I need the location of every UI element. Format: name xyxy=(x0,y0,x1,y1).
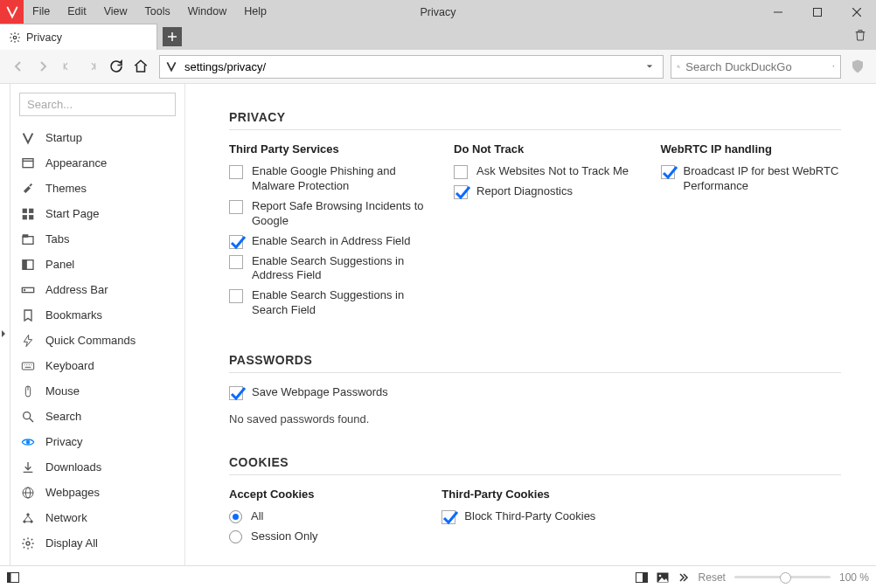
sidebar-item-label: Panel xyxy=(45,258,74,271)
forward-button[interactable] xyxy=(31,54,54,79)
zoom-slider[interactable] xyxy=(734,576,831,578)
addr-icon xyxy=(21,283,35,297)
page-actions-icon[interactable] xyxy=(678,572,690,583)
zoom-reset-button[interactable]: Reset xyxy=(699,571,726,584)
sidebar-item-label: Tabs xyxy=(45,232,69,246)
expand-icon[interactable] xyxy=(0,329,7,339)
svg-rect-16 xyxy=(23,234,28,237)
menu-window[interactable]: Window xyxy=(179,0,235,24)
tab-privacy[interactable]: Privacy xyxy=(0,24,157,50)
checkbox-dnt-1[interactable] xyxy=(454,185,468,199)
search-box[interactable] xyxy=(671,55,841,79)
rewind-button[interactable] xyxy=(56,54,79,79)
toolbar xyxy=(0,50,876,84)
sidebar-item-downloads[interactable]: Downloads xyxy=(10,454,184,480)
checkbox-dnt-0[interactable] xyxy=(454,165,468,179)
sidebar-item-startup[interactable]: Startup xyxy=(10,125,184,150)
checkbox-tps-0[interactable] xyxy=(229,165,243,179)
image-toggle-icon[interactable] xyxy=(657,572,669,583)
back-button[interactable] xyxy=(7,54,30,79)
menu-tools[interactable]: Tools xyxy=(136,0,179,24)
home-button[interactable] xyxy=(129,54,152,79)
svg-point-29 xyxy=(24,412,31,419)
checkbox-tps-4[interactable] xyxy=(229,289,243,303)
address-input[interactable] xyxy=(184,60,642,73)
svg-line-8 xyxy=(679,67,680,68)
maximize-button[interactable] xyxy=(797,0,837,24)
label-dnt-1: Report Diagnostics xyxy=(476,184,573,199)
svg-point-37 xyxy=(27,513,30,515)
passwords-note: No saved passwords found. xyxy=(229,412,841,425)
bookmark-icon xyxy=(21,308,35,322)
checkbox-tps-3[interactable] xyxy=(229,255,243,269)
sidebar-item-label: Keyboard xyxy=(45,359,94,372)
new-tab-button[interactable] xyxy=(163,27,182,46)
label-accept-0: All xyxy=(251,509,263,524)
checkbox-save-passwords[interactable] xyxy=(229,386,243,400)
svg-point-44 xyxy=(658,574,661,577)
sidebar-item-address-bar[interactable]: Address Bar xyxy=(10,277,184,302)
checkbox-tps-2[interactable] xyxy=(229,235,243,249)
checkbox-block-third-party-cookies[interactable] xyxy=(441,510,455,524)
label-tps-1: Report Safe Browsing Incidents to Google xyxy=(252,199,428,229)
v-icon xyxy=(21,131,35,145)
radio-accept-1[interactable] xyxy=(229,530,242,543)
mouse-icon xyxy=(21,384,35,398)
content-blocker-icon[interactable] xyxy=(846,55,869,78)
sidebar-item-label: Display All xyxy=(45,536,98,550)
menu-help[interactable]: Help xyxy=(235,0,275,24)
menu-view[interactable]: View xyxy=(95,0,136,24)
settings-search-input[interactable] xyxy=(19,93,176,116)
sidebar-item-label: Network xyxy=(45,511,87,524)
quick-icon xyxy=(21,334,35,348)
svg-rect-13 xyxy=(23,215,27,219)
svg-point-38 xyxy=(26,542,30,545)
sidebar-item-label: Bookmarks xyxy=(45,308,102,322)
sidebar-item-display-all[interactable]: Display All xyxy=(10,530,184,556)
tab-strip: Privacy xyxy=(0,24,876,50)
search-dropdown-icon[interactable] xyxy=(832,63,835,70)
sidebar-item-bookmarks[interactable]: Bookmarks xyxy=(10,302,184,328)
sidebar-item-mouse[interactable]: Mouse xyxy=(10,378,184,404)
menu-file[interactable]: File xyxy=(24,0,59,24)
tiling-icon[interactable] xyxy=(636,572,648,583)
heading-third-party: Third Party Services xyxy=(229,142,428,156)
fastforward-button[interactable] xyxy=(80,54,103,79)
sidebar-item-webpages[interactable]: Webpages xyxy=(10,480,184,505)
radio-accept-0[interactable] xyxy=(229,510,242,523)
search-input[interactable] xyxy=(685,60,832,73)
sidebar-item-themes[interactable]: Themes xyxy=(10,176,184,201)
sidebar-item-label: Webpages xyxy=(45,486,100,499)
search-icon xyxy=(677,61,680,73)
vivaldi-logo[interactable] xyxy=(0,0,24,24)
sidebar-item-privacy[interactable]: Privacy xyxy=(10,429,184,454)
sidebar-item-keyboard[interactable]: Keyboard xyxy=(10,353,184,378)
panel-toggle-icon[interactable] xyxy=(7,572,19,583)
sidebar-item-tabs[interactable]: Tabs xyxy=(10,226,184,252)
svg-line-30 xyxy=(30,419,33,422)
address-dropdown-icon[interactable] xyxy=(642,63,657,70)
checkbox-webrtc-0[interactable] xyxy=(661,165,675,179)
svg-rect-14 xyxy=(29,215,33,219)
menu-bar: File Edit View Tools Window Help xyxy=(24,0,275,24)
sidebar-item-label: Downloads xyxy=(45,460,101,474)
sidebar-item-panel[interactable]: Panel xyxy=(10,252,184,277)
trash-icon[interactable] xyxy=(853,28,867,45)
sidebar-item-network[interactable]: Network xyxy=(10,505,184,530)
sidebar-item-start-page[interactable]: Start Page xyxy=(10,201,184,226)
keyboard-icon xyxy=(21,359,35,373)
sidebar-item-appearance[interactable]: Appearance xyxy=(10,150,184,176)
sidebar-item-search[interactable]: Search xyxy=(10,404,184,429)
checkbox-tps-1[interactable] xyxy=(229,200,243,214)
sidebar-item-quick-commands[interactable]: Quick Commands xyxy=(10,328,184,353)
minimize-button[interactable] xyxy=(758,0,797,24)
sidebar-item-label: Start Page xyxy=(45,207,99,220)
panel-toggle-strip[interactable] xyxy=(0,84,10,565)
reload-button[interactable] xyxy=(105,54,128,79)
network-icon xyxy=(21,511,35,525)
menu-edit[interactable]: Edit xyxy=(59,0,95,24)
close-button[interactable] xyxy=(837,0,876,24)
label-dnt-0: Ask Websites Not to Track Me xyxy=(476,164,629,179)
address-bar[interactable] xyxy=(159,55,664,79)
svg-rect-9 xyxy=(23,158,33,167)
